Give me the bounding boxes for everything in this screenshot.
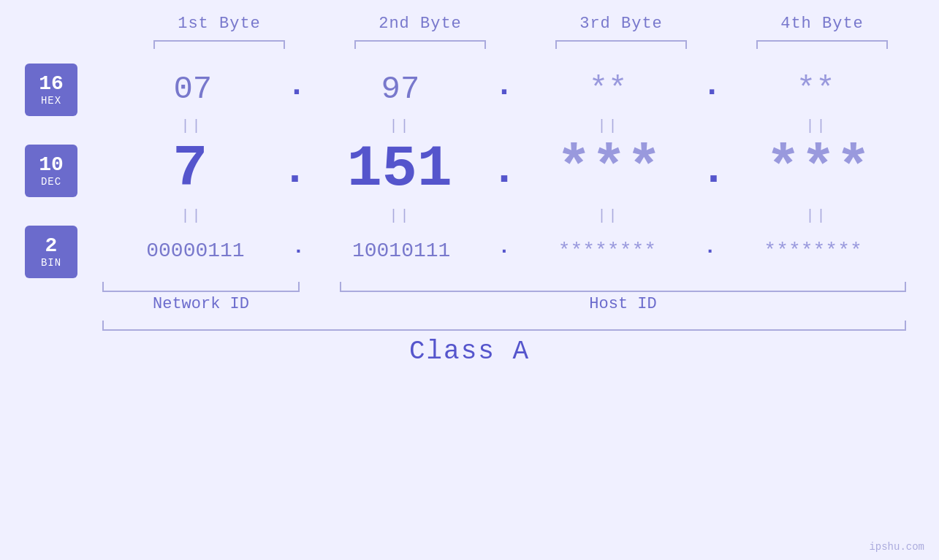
bin-label: 2 BIN [25, 226, 77, 278]
bottom-area: Network ID Host ID Class A [0, 282, 939, 367]
byte-label-3: 3rd Byte [521, 15, 722, 33]
bin-section: 2 BIN 00000111 . 10010111 . ******** . *… [0, 226, 939, 278]
hex-text: HEX [41, 95, 61, 107]
dec-num: 10 [39, 154, 64, 177]
class-label-container: Class A [0, 337, 939, 367]
bin-dot-1: . [292, 236, 305, 262]
dec-data-row: 7 . 151 . *** . *** [102, 136, 906, 206]
bottom-brackets [102, 282, 906, 292]
hex-side-box: 16 HEX [0, 64, 102, 116]
hex-val-2: 97 [310, 71, 491, 107]
main-container: 1st Byte 2nd Byte 3rd Byte 4th Byte 16 H… [0, 0, 939, 560]
dec-val-4: *** [731, 136, 906, 202]
bin-dot-3: . [704, 236, 716, 262]
host-bracket [340, 282, 906, 292]
hex-val-3: ** [517, 71, 699, 107]
bracket-gap-1 [300, 282, 340, 292]
byte-label-4: 4th Byte [722, 15, 923, 33]
eq-2: || [311, 118, 490, 134]
hex-dot-3: . [702, 67, 721, 107]
eq-8: || [727, 207, 906, 224]
hex-num: 16 [39, 73, 64, 96]
dec-text: DEC [41, 176, 61, 188]
eq-4: || [727, 118, 906, 134]
equals-dec-bin: || || || || [0, 206, 939, 226]
dec-dot-2: . [491, 145, 517, 202]
watermark: ipshu.com [869, 541, 924, 553]
bracket-1 [119, 40, 320, 49]
bracket-line-2 [354, 40, 486, 49]
byte-label-2: 2nd Byte [320, 15, 521, 33]
eq-7: || [519, 207, 698, 224]
bracket-line-4 [756, 40, 888, 49]
bracket-line-1 [153, 40, 285, 49]
bin-data-row: 00000111 . 10010111 . ******** . *******… [102, 236, 906, 268]
bottom-labels-row: Network ID Host ID [102, 295, 906, 313]
header-row: 1st Byte 2nd Byte 3rd Byte 4th Byte [119, 15, 923, 33]
bin-val-2: 10010111 [308, 239, 495, 262]
equals-hex-dec: || || || || [0, 116, 939, 136]
bracket-2 [320, 40, 521, 49]
bin-text: BIN [41, 257, 61, 269]
labels-gap [300, 295, 340, 313]
equals-row-2: || || || || [102, 207, 906, 224]
host-id-label: Host ID [340, 295, 906, 313]
bin-dot-2: . [498, 236, 511, 262]
dec-val-3: *** [521, 136, 696, 202]
top-bracket-row [119, 40, 923, 49]
hex-section: 16 HEX 07 . 97 . ** . ** [0, 64, 939, 116]
hex-val-1: 07 [102, 71, 284, 107]
hex-label: 16 HEX [25, 64, 77, 116]
bin-num: 2 [45, 235, 58, 258]
eq-6: || [311, 207, 490, 224]
bin-val-1: 00000111 [102, 239, 289, 262]
dec-section: 10 DEC 7 . 151 . *** . *** [0, 136, 939, 206]
network-bracket [102, 282, 300, 292]
dec-dot-1: . [281, 145, 308, 202]
dec-val-1: 7 [102, 136, 278, 202]
dec-val-2: 151 [312, 136, 487, 202]
dec-side-box: 10 DEC [0, 145, 102, 197]
hex-dot-2: . [495, 67, 514, 107]
dec-label: 10 DEC [25, 145, 77, 197]
bracket-4 [722, 40, 923, 49]
class-label: Class A [409, 337, 530, 367]
bin-side-box: 2 BIN [0, 226, 102, 278]
byte-label-1: 1st Byte [119, 15, 320, 33]
bracket-line-3 [555, 40, 687, 49]
network-id-label: Network ID [102, 295, 300, 313]
bin-val-4: ******** [720, 239, 906, 262]
bin-val-3: ******** [514, 239, 700, 262]
hex-dot-1: . [287, 67, 306, 107]
full-bracket [102, 321, 906, 331]
dec-dot-3: . [700, 145, 726, 202]
hex-val-4: ** [725, 71, 906, 107]
eq-3: || [519, 118, 698, 134]
eq-1: || [102, 118, 281, 134]
hex-data-row: 07 . 97 . ** . ** [102, 67, 906, 113]
equals-row-1: || || || || [102, 118, 906, 134]
bracket-3 [521, 40, 722, 49]
eq-5: || [102, 207, 281, 224]
